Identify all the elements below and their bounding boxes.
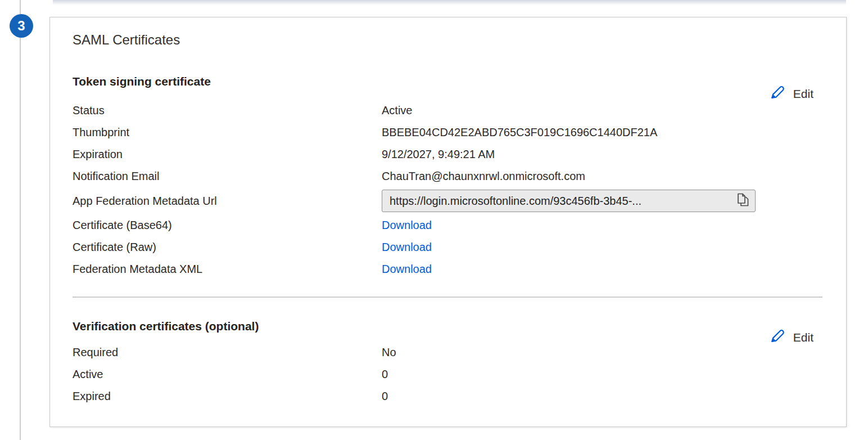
expired-count-label: Expired xyxy=(73,390,382,403)
expired-count-value: 0 xyxy=(382,390,824,403)
verification-certificates-heading: Verification certificates (optional) xyxy=(73,320,259,333)
status-label: Status xyxy=(73,104,382,117)
federation-metadata-url-text: https://login.microsoftonline.com/93c456… xyxy=(390,195,732,208)
section-divider xyxy=(73,297,822,298)
app-federation-metadata-url-label: App Federation Metadata Url xyxy=(73,195,382,208)
required-row: Required No xyxy=(73,342,824,363)
edit-button-label: Edit xyxy=(793,87,813,101)
token-signing-certificate-heading: Token signing certificate xyxy=(73,75,211,88)
certificate-base64-row: Certificate (Base64) Download xyxy=(73,214,824,236)
download-certificate-raw-link[interactable]: Download xyxy=(382,241,432,253)
notification-email-row: Notification Email ChauTran@chaunxnrwl.o… xyxy=(73,165,824,187)
download-certificate-base64-link[interactable]: Download xyxy=(382,219,432,231)
federation-metadata-url-field[interactable]: https://login.microsoftonline.com/93c456… xyxy=(382,190,756,212)
copy-url-button[interactable] xyxy=(736,192,749,209)
verification-certificates-details: Required No Active 0 Expired 0 xyxy=(73,342,824,407)
saml-certificates-card: SAML Certificates Token signing certific… xyxy=(49,17,847,427)
step-number-badge: 3 xyxy=(10,14,33,38)
expired-count-row: Expired 0 xyxy=(73,385,824,407)
previous-card-bottom-shadow xyxy=(53,0,846,5)
step-number-label: 3 xyxy=(17,18,25,34)
app-federation-metadata-url-row: App Federation Metadata Url https://logi… xyxy=(73,187,824,214)
step-connector-line xyxy=(20,0,21,440)
certificate-base64-label: Certificate (Base64) xyxy=(73,219,382,232)
active-count-value: 0 xyxy=(382,368,824,381)
status-row: Status Active xyxy=(73,100,824,122)
notification-email-value: ChauTran@chaunxnrwl.onmicrosoft.com xyxy=(382,170,824,183)
thumbprint-value: BBEBE04CD42E2ABD765C3F019C1696C1440DF21A xyxy=(382,126,824,139)
section-title: SAML Certificates xyxy=(73,32,180,48)
thumbprint-row: Thumbprint BBEBE04CD42E2ABD765C3F019C169… xyxy=(73,122,824,143)
active-count-row: Active 0 xyxy=(73,363,824,385)
notification-email-label: Notification Email xyxy=(73,170,382,183)
expiration-row: Expiration 9/12/2027, 9:49:21 AM xyxy=(73,143,824,165)
app-federation-metadata-url-value: https://login.microsoftonline.com/93c456… xyxy=(382,190,824,212)
required-label: Required xyxy=(73,346,382,359)
status-value: Active xyxy=(382,104,824,117)
expiration-label: Expiration xyxy=(73,148,382,161)
certificate-raw-label: Certificate (Raw) xyxy=(73,241,382,254)
active-count-label: Active xyxy=(73,368,382,381)
federation-metadata-xml-row: Federation Metadata XML Download xyxy=(73,258,824,280)
thumbprint-label: Thumbprint xyxy=(73,126,382,139)
expiration-value: 9/12/2027, 9:49:21 AM xyxy=(382,148,824,161)
certificate-raw-row: Certificate (Raw) Download xyxy=(73,236,824,258)
federation-metadata-xml-label: Federation Metadata XML xyxy=(73,263,382,276)
required-value: No xyxy=(382,346,824,359)
copy-icon xyxy=(736,192,749,209)
download-federation-metadata-xml-link[interactable]: Download xyxy=(382,263,432,275)
token-certificate-details: Status Active Thumbprint BBEBE04CD42E2AB… xyxy=(73,100,824,280)
